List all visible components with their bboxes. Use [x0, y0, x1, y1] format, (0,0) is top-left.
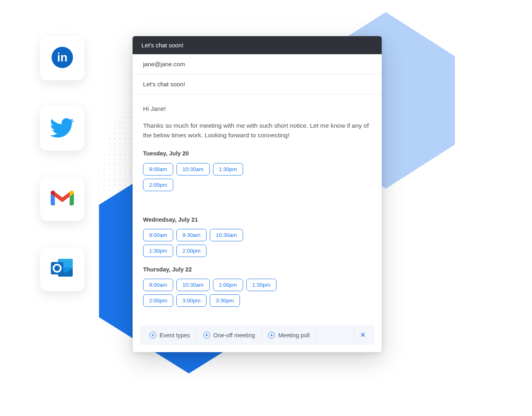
toolbar-close-button[interactable]: ✕ [354, 329, 371, 341]
meeting-poll-label: Meeting poll [278, 332, 309, 339]
time-slot-button[interactable]: 1:30pm [213, 163, 243, 175]
time-slot-button[interactable]: 2:00pm [143, 294, 173, 307]
outlook-card[interactable] [40, 247, 84, 291]
gmail-card[interactable] [40, 177, 84, 221]
twitter-card[interactable] [40, 106, 84, 151]
day-label: Wednedsay, July 21 [143, 215, 256, 224]
meeting-poll-button[interactable]: + Meeting poll [262, 329, 316, 341]
compose-title: Let's chat soon! [141, 42, 184, 49]
time-slot-button[interactable]: 9:00am [143, 279, 173, 291]
time-slot-button[interactable]: 2:00pm [176, 245, 207, 257]
time-slot-button[interactable]: 1:00pm [213, 279, 243, 291]
time-slot-button[interactable]: 9:00am [143, 229, 173, 241]
linkedin-icon: in [51, 46, 74, 71]
twitter-icon [50, 115, 75, 142]
compose-title-bar: Let's chat soon! [133, 36, 382, 54]
one-off-label: One-off meeting [213, 332, 255, 339]
day-label: Thursday, July 22 [143, 265, 371, 274]
compose-window: Let's chat soon! jane@jane.com Let's cha… [133, 36, 382, 352]
plus-circle-icon: + [203, 332, 210, 339]
time-slot-button[interactable]: 9:00am [143, 163, 173, 175]
to-value: jane@jane.com [143, 61, 185, 67]
event-types-label: Event types [160, 332, 190, 339]
plus-circle-icon: + [149, 332, 156, 339]
day-group-wednesday: Wednedsay, July 21 9:00am 9:30am 10:30am… [143, 215, 256, 257]
plus-circle-icon: + [268, 332, 275, 339]
compose-body[interactable]: Hi Jane! Thanks so much for meeting with… [133, 94, 382, 321]
time-slot-button[interactable]: 9:30am [176, 229, 207, 241]
outlook-icon [50, 257, 75, 281]
time-slot-button[interactable]: 10:30am [210, 229, 243, 241]
time-slot-button[interactable]: 3:00pm [176, 294, 207, 307]
time-slot-button[interactable]: 10:30am [176, 279, 210, 291]
time-slot-button[interactable]: 1:30pm [143, 245, 173, 257]
social-icon-column: in [40, 36, 84, 291]
gmail-icon [50, 188, 74, 209]
to-field[interactable]: jane@jane.com [133, 54, 382, 74]
time-slot-button[interactable]: 10:30am [176, 163, 210, 175]
time-slot-button[interactable]: 1:30pm [246, 279, 276, 291]
message-text: Thanks so much for meeting with me with … [143, 121, 371, 140]
day-group-tuesday: Tuesday, July 20 9:00am 10:30am 1:30pm 2… [143, 149, 256, 191]
day-group-thursday: Thursday, July 22 9:00am 10:30am 1:00pm … [143, 265, 371, 307]
subject-field[interactable]: Let's chat soon! [133, 74, 382, 94]
time-slot-button[interactable]: 3:30pm [210, 294, 240, 307]
greeting-text: Hi Jane! [143, 104, 371, 114]
subject-value: Let's chat soon! [143, 81, 185, 88]
linkedin-card[interactable]: in [40, 36, 84, 80]
event-types-button[interactable]: + Event types [143, 329, 197, 341]
svg-text:in: in [57, 51, 68, 64]
day-label: Tuesday, July 20 [143, 149, 256, 158]
close-icon: ✕ [360, 331, 366, 339]
scheduling-toolbar: + Event types + One-off meeting + Meetin… [140, 325, 374, 345]
one-off-meeting-button[interactable]: + One-off meeting [197, 329, 262, 341]
time-slot-button[interactable]: 2:00pm [143, 179, 173, 191]
